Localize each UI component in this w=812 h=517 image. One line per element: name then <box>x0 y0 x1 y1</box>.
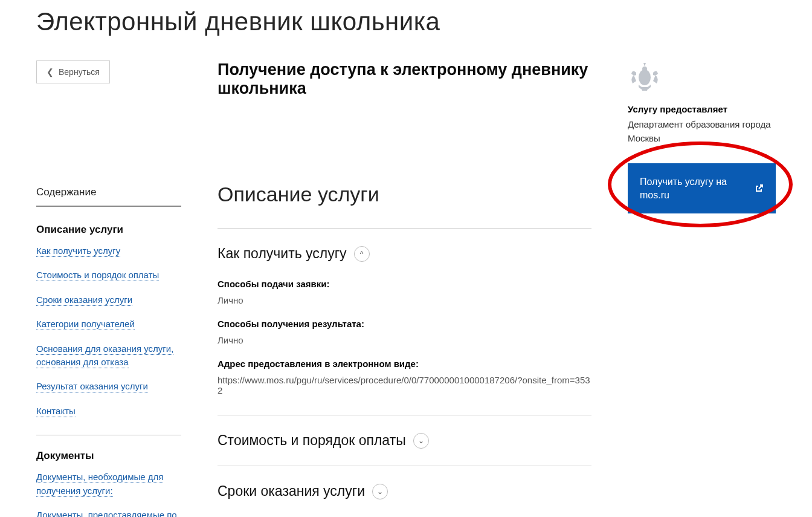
divider <box>218 415 591 415</box>
sidebar-link[interactable]: Категории получателей <box>36 319 135 330</box>
sidebar-heading: Содержание <box>36 186 181 207</box>
back-button[interactable]: ❮ Вернуться <box>36 60 110 83</box>
service-subtitle: Получение доступа к электронному дневник… <box>218 60 591 98</box>
sidebar-section-title: Описание услуги <box>36 224 181 236</box>
chevron-down-icon[interactable]: ⌄ <box>372 484 388 499</box>
svg-point-1 <box>639 70 651 85</box>
field-value: https://www.mos.ru/pgu/ru/services/proce… <box>218 375 591 395</box>
sidebar-link[interactable]: Как получить услугу <box>36 245 120 257</box>
divider <box>218 466 591 466</box>
sidebar-link[interactable]: Основания для оказания услуги, основания… <box>36 343 173 368</box>
provider-label: Услугу предоставляет <box>628 104 776 114</box>
field-label: Способы получения результата: <box>218 319 591 329</box>
accordion-title: Как получить услугу <box>218 245 347 262</box>
field-value: Лично <box>218 295 591 305</box>
get-service-button[interactable]: Получить услугу на mos.ru <box>628 163 776 213</box>
section-heading: Описание услуги <box>218 183 591 206</box>
page-title: Электронный дневник школьника <box>36 7 776 36</box>
divider <box>36 435 181 435</box>
sidebar-link[interactable]: Стоимость и порядок оплаты <box>36 270 159 281</box>
chevron-up-icon[interactable]: ^ <box>354 246 370 262</box>
back-button-label: Вернуться <box>59 67 100 77</box>
sidebar-link[interactable]: Документы, необходимые для получения усл… <box>36 472 163 496</box>
sidebar-link[interactable]: Документы, предоставляемые по завершению… <box>36 510 177 517</box>
field-value: Лично <box>218 335 591 345</box>
chevron-left-icon: ❮ <box>47 67 54 77</box>
accordion-title: Стоимость и порядок оплаты <box>218 432 406 449</box>
sidebar-link[interactable]: Сроки оказания услуги <box>36 294 132 306</box>
chevron-down-icon[interactable]: ⌄ <box>413 433 429 449</box>
sidebar-section-title: Документы <box>36 450 181 462</box>
field-label: Адрес предоставления в электронном виде: <box>218 359 591 369</box>
sidebar-link[interactable]: Контакты <box>36 406 76 417</box>
external-link-icon <box>754 184 764 193</box>
field-label: Способы подачи заявки: <box>218 279 591 289</box>
divider <box>218 228 591 229</box>
provider-name: Департамент образования города Москвы <box>628 118 776 145</box>
sidebar-link[interactable]: Результат оказания услуги <box>36 381 148 392</box>
coat-of-arms-icon <box>628 60 662 94</box>
accordion-title: Сроки оказания услуги <box>218 483 365 499</box>
cta-label: Получить услугу на mos.ru <box>640 175 747 201</box>
